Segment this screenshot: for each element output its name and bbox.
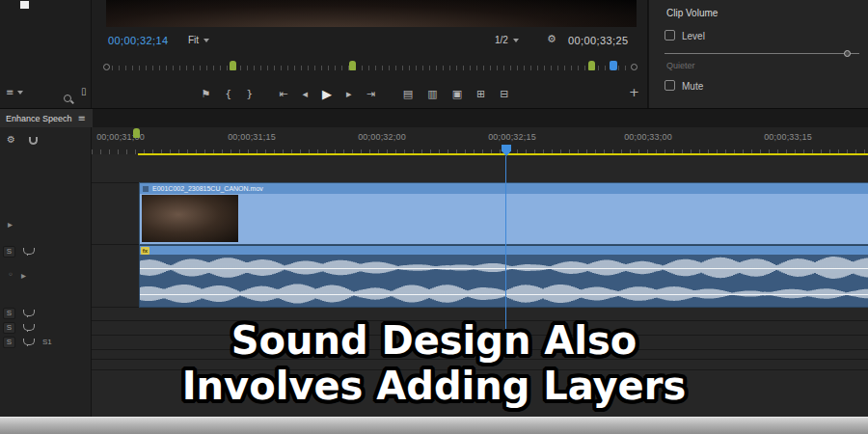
transport-controls: ⚑ { } ⇤ ◂ ▶ ▸ ⇥ ▤ ▥ ▣ ⊞ ⊟ [92, 81, 618, 106]
scrubber-playhead[interactable] [610, 61, 617, 70]
quieter-label: Quieter [666, 61, 695, 70]
keyframe-dot-icon[interactable]: ◦ [8, 270, 14, 280]
track-divider [0, 307, 868, 308]
timeline-wrench-icon[interactable]: ⚙ [7, 135, 15, 145]
mark-in-icon[interactable]: { [225, 89, 231, 99]
go-to-out-icon[interactable]: ⇥ [366, 89, 375, 99]
playback-resolution-select[interactable]: 1/2 [495, 35, 519, 45]
multi-view-icon[interactable]: ⊟ [500, 89, 508, 99]
audio-clip[interactable]: fx [140, 246, 868, 307]
ruler-tick: 00;00;33;00 [624, 132, 672, 142]
tab-label: Enhance Speech [6, 114, 72, 123]
project-panel-strip: ≡ ▯ [0, 0, 92, 108]
marker-green-icon[interactable] [349, 61, 356, 70]
list-view-icon[interactable]: ≡ [6, 88, 23, 97]
panel-tab-bar: Enhance Speech ≡ [0, 108, 868, 127]
zoom-select-value: Fit [188, 35, 199, 45]
chevron-down-icon [17, 91, 23, 95]
program-video-preview [106, 0, 637, 27]
step-back-icon[interactable]: ◂ [303, 89, 309, 99]
monitor-controls-row: 00;00;32;14 Fit 1/2 ⚙ 00;00;33;25 [92, 29, 647, 52]
step-forward-icon[interactable]: ▸ [346, 89, 352, 99]
level-label: Level [682, 31, 705, 41]
clip-volume-panel: Clip Volume Level Quieter Mute [648, 0, 868, 108]
chevron-down-icon [203, 39, 209, 42]
video-clip[interactable]: E001C002_230815CU_CANON.mov [140, 183, 868, 244]
add-marker-icon[interactable]: ⚑ [201, 89, 210, 99]
snap-icon[interactable] [29, 137, 38, 145]
extract-icon[interactable]: ▥ [427, 89, 437, 99]
audio-clip-body [140, 255, 868, 307]
slider-handle[interactable] [844, 50, 851, 57]
monitor-scrubber[interactable] [103, 60, 637, 75]
audio-clip-name-bar: fx [140, 246, 868, 255]
timeline-marker-green-icon[interactable] [133, 128, 140, 138]
current-timecode[interactable]: 00;00;32;14 [108, 35, 169, 46]
comparison-view-icon[interactable]: ⊞ [476, 89, 485, 99]
waveform-channel-left [140, 255, 868, 281]
mute-checkbox[interactable] [665, 80, 675, 91]
premiere-pro-ui: ≡ ▯ 00;00;32;14 Fit 1/2 ⚙ 00;00;33;25 ⚑ … [0, 0, 868, 434]
button-editor-add-icon[interactable]: + [629, 86, 639, 98]
waveform-channel-right [140, 281, 868, 307]
program-monitor: 00;00;32;14 Fit 1/2 ⚙ 00;00;33;25 ⚑ { } … [92, 0, 648, 108]
list-glyph: ≡ [6, 87, 14, 97]
out-timecode: 00;00;33;25 [568, 35, 629, 46]
go-to-in-icon[interactable]: ⇤ [279, 89, 287, 99]
ruler-tick: 00;00;33;15 [764, 132, 812, 142]
marker-green-icon[interactable] [230, 61, 236, 70]
new-item-icon[interactable]: ▯ [81, 87, 87, 96]
panel-menu-icon[interactable]: ≡ [78, 114, 86, 123]
play-icon[interactable]: ▶ [322, 88, 332, 100]
ruler-tick: 00;00;32;00 [358, 132, 406, 142]
resolution-value: 1/2 [495, 35, 508, 45]
video-clip-thumbnail [142, 195, 238, 242]
playhead-line[interactable] [505, 156, 506, 333]
keyframe-expand-icon[interactable]: ▸ [21, 271, 26, 281]
video-track-expand-icon[interactable]: ▸ [8, 220, 13, 230]
video-clip-name: E001C002_230815CU_CANON.mov [152, 185, 263, 192]
search-glass [64, 95, 71, 102]
marker-green-icon[interactable] [588, 61, 595, 70]
work-area-bar [138, 153, 868, 155]
mute-label: Mute [682, 81, 703, 92]
ruler-tick: 00;00;32;15 [488, 132, 536, 142]
solo-button[interactable]: S [3, 246, 15, 258]
level-checkbox[interactable] [665, 30, 675, 41]
zoom-select[interactable]: Fit [188, 35, 209, 45]
panel-title: Clip Volume [666, 8, 718, 18]
wrench-icon[interactable]: ⚙ [547, 34, 556, 44]
search-icon[interactable] [64, 89, 71, 106]
track-divider [0, 244, 868, 245]
mark-out-icon[interactable]: } [246, 89, 253, 99]
window-fragment [20, 1, 29, 9]
lift-icon[interactable]: ▤ [403, 89, 413, 99]
bottom-bar [0, 417, 868, 434]
chevron-down-icon [513, 39, 519, 42]
slider-track[interactable] [665, 53, 859, 54]
level-slider[interactable] [665, 50, 859, 58]
export-frame-icon[interactable]: ▣ [452, 89, 462, 99]
timeline-ruler[interactable]: 00;00;31;00 00;00;31;15 00;00;32;00 00;0… [92, 127, 868, 154]
scrubber-left-handle[interactable] [103, 64, 110, 70]
scrubber-right-handle[interactable] [631, 64, 637, 70]
caption-line1: Sound Design Also [0, 318, 868, 364]
ruler-tick: 00;00;31;15 [228, 132, 276, 142]
video-clip-name-bar: E001C002_230815CU_CANON.mov [140, 183, 868, 194]
fx-badge: fx [141, 247, 149, 255]
caption-line2: Involves Adding Layers [0, 364, 868, 409]
clip-fx-icon [143, 186, 149, 192]
caption-overlay: Sound Design Also Involves Adding Layers [0, 318, 868, 409]
scrubber-ticks [112, 66, 629, 70]
tab-enhance-speech[interactable]: Enhance Speech ≡ [0, 109, 93, 128]
video-clip-body [140, 194, 868, 244]
